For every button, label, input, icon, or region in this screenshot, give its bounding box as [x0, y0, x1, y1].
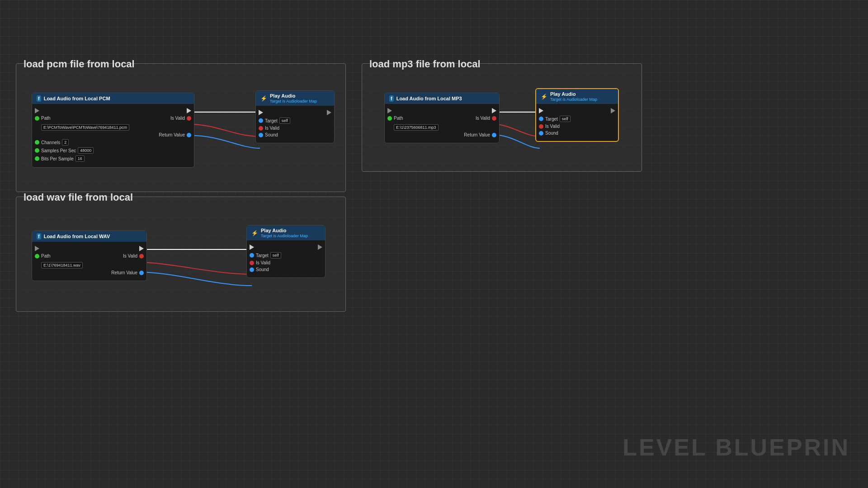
mp3-load-title: Load Audio from Local MP3	[396, 96, 462, 101]
pcm-play-isvalid-label: Is Valid	[265, 126, 279, 131]
wav-return-label: Return Value	[111, 270, 137, 275]
watermark: LEVEL BLUEPRIN	[623, 434, 850, 461]
mp3-play-target-value[interactable]: self	[560, 116, 571, 122]
mp3-load-node: f Load Audio from Local MP3 Path Is Vali…	[384, 93, 500, 143]
mp3-func-icon: f	[389, 95, 394, 102]
wav-return-pin	[139, 271, 144, 275]
mp3-play-sound-label: Sound	[545, 131, 558, 136]
pcm-play-body: Target self Is Valid Sound	[256, 106, 334, 143]
mp3-play-header: ⚡ Play Audio Target is Audioloader Map	[536, 89, 618, 104]
pcm-path-label: Path	[41, 116, 51, 121]
pcm-play-node: ⚡ Play Audio Target is Audioloader Map T…	[255, 90, 335, 143]
wav-load-title: Load Audio from Local WAV	[44, 234, 110, 239]
wav-exec-out	[139, 246, 144, 251]
mp3-path-label: Path	[394, 116, 403, 121]
wav-exec-in	[35, 246, 39, 251]
mp3-play-subtitle: Target is Audioloader Map	[550, 97, 597, 102]
pcm-play-isvalid-pin	[259, 126, 263, 131]
pcm-play-sound-pin	[259, 133, 263, 137]
wav-play-subtitle: Target is Audioloader Map	[261, 234, 308, 238]
wav-play-sound-pin	[250, 267, 254, 272]
wav-is-valid-pin	[139, 254, 144, 258]
mp3-play-body: Target self Is Valid Sound	[536, 104, 618, 141]
pcm-samples-value[interactable]: 48000	[78, 147, 94, 154]
mp3-return-label: Return Value	[464, 132, 490, 137]
pcm-exec-in	[35, 108, 39, 113]
wav-play-title: Play Audio	[261, 228, 308, 233]
pcm-load-title: Load Audio from Local PCM	[44, 96, 110, 101]
mp3-play-title: Play Audio	[550, 91, 597, 97]
pcm-play-header: ⚡ Play Audio Target is Audioloader Map	[256, 91, 334, 106]
pcm-is-valid-label: Is Valid	[170, 116, 185, 121]
pcm-play-target-label: Target	[265, 118, 278, 123]
wav-path-label: Path	[41, 253, 51, 258]
mp3-lightning-icon: ⚡	[541, 94, 547, 100]
pcm-is-valid-pin	[187, 116, 191, 121]
wav-play-exec-in	[250, 244, 254, 250]
mp3-play-target-pin	[539, 117, 543, 121]
wav-load-header: f Load Audio from Local WAV	[32, 231, 146, 242]
pcm-play-exec-in	[259, 110, 263, 115]
pcm-return-pin	[187, 133, 191, 137]
pcm-play-exec-out	[327, 110, 331, 115]
mp3-group-title: load mp3 file from local	[369, 58, 481, 70]
pcm-channels-pin	[35, 140, 39, 145]
mp3-load-body: Path Is Valid E:\1\2375606811.mp3 Return…	[385, 104, 499, 143]
mp3-is-valid-pin	[492, 116, 496, 121]
wav-play-header: ⚡ Play Audio Target is Audioloader Map	[247, 225, 325, 240]
pcm-channels-label: Channels	[41, 140, 60, 145]
mp3-play-exec-out	[611, 108, 615, 113]
mp3-return-pin	[492, 133, 496, 137]
wav-group-title: load wav file from local	[24, 192, 133, 203]
pcm-return-label: Return Value	[159, 132, 185, 137]
wav-play-target-value[interactable]: self	[270, 252, 281, 258]
func-icon: f	[37, 95, 41, 102]
wav-func-icon: f	[37, 233, 41, 239]
pcm-bits-value[interactable]: 16	[75, 155, 85, 162]
mp3-path-value[interactable]: E:\1\2375606811.mp3	[394, 124, 439, 131]
wav-play-isvalid-label: Is Valid	[256, 260, 270, 265]
mp3-exec-out	[492, 108, 496, 113]
wav-lightning-icon: ⚡	[251, 230, 258, 236]
wav-play-target-label: Target	[256, 253, 269, 258]
pcm-bits-label: Bits Per Sample	[41, 156, 74, 161]
mp3-path-pin	[387, 116, 392, 121]
mp3-is-valid-label: Is Valid	[476, 116, 490, 121]
wav-is-valid-label: Is Valid	[123, 253, 137, 258]
mp3-play-sound-pin	[539, 131, 543, 136]
pcm-group-title: load pcm file from local	[24, 58, 135, 70]
wav-load-body: Path Is Valid E:\1\769418411.wav Return …	[32, 242, 146, 281]
mp3-play-node: ⚡ Play Audio Target is Audioloader Map T…	[535, 88, 619, 142]
wav-path-pin	[35, 254, 39, 258]
wav-play-node: ⚡ Play Audio Target is Audioloader Map T…	[246, 225, 326, 278]
mp3-play-isvalid-label: Is Valid	[545, 124, 560, 129]
pcm-play-target-value[interactable]: self	[279, 117, 290, 124]
wav-play-target-pin	[250, 253, 254, 258]
pcm-load-node: f Load Audio from Local PCM Path Is Vali…	[32, 93, 194, 168]
pcm-lightning-icon: ⚡	[260, 95, 267, 102]
pcm-path-pin	[35, 116, 39, 121]
pcm-samples-pin	[35, 148, 39, 153]
wav-path-value[interactable]: E:\1\769418411.wav	[41, 262, 83, 268]
mp3-exec-in	[387, 108, 392, 113]
pcm-bits-pin	[35, 156, 39, 161]
wav-play-isvalid-pin	[250, 261, 254, 265]
pcm-play-sound-label: Sound	[265, 132, 278, 137]
pcm-load-header: f Load Audio from Local PCM	[32, 93, 194, 104]
mp3-play-target-label: Target	[545, 117, 558, 122]
pcm-play-subtitle: Target is Audioloader Map	[270, 99, 317, 103]
mp3-play-isvalid-pin	[539, 124, 543, 129]
pcm-play-title: Play Audio	[270, 93, 317, 99]
mp3-play-exec-in	[539, 108, 543, 113]
pcm-samples-label: Samples Per Sec	[41, 148, 76, 153]
wav-play-sound-label: Sound	[256, 267, 269, 272]
pcm-exec-out	[187, 108, 191, 113]
wav-play-exec-out	[318, 244, 322, 250]
pcm-path-value[interactable]: E:\PCMToWave\PCMToWave\769418411.pcm	[41, 124, 129, 131]
pcm-play-target-pin	[259, 118, 263, 123]
pcm-channels-value[interactable]: 2	[62, 139, 69, 145]
mp3-load-header: f Load Audio from Local MP3	[385, 93, 499, 104]
pcm-load-body: Path Is Valid E:\PCMToWave\PCMToWave\769…	[32, 104, 194, 167]
wav-play-body: Target self Is Valid Sound	[247, 240, 325, 277]
wav-load-node: f Load Audio from Local WAV Path Is Vali…	[32, 230, 147, 281]
